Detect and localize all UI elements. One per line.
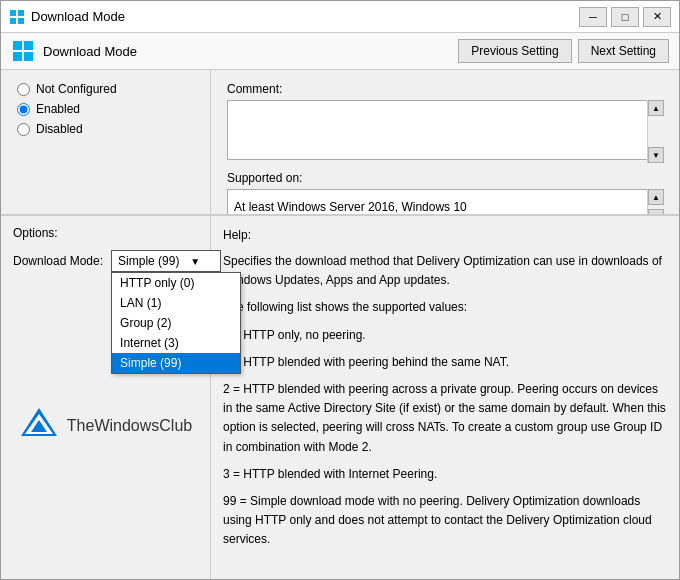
radio-disabled-input[interactable] xyxy=(17,123,30,136)
comment-label: Comment: xyxy=(227,82,663,96)
dropdown-selected: Simple (99) xyxy=(118,254,179,268)
radio-group: Not Configured Enabled Disabled xyxy=(17,82,194,136)
svg-rect-1 xyxy=(18,10,24,16)
supported-scroll-up[interactable]: ▲ xyxy=(648,189,664,205)
dropdown-item-1[interactable]: LAN (1) xyxy=(112,293,240,313)
main-window: Download Mode ─ □ ✕ Download Mode Previo… xyxy=(0,0,680,580)
close-button[interactable]: ✕ xyxy=(643,7,671,27)
help-header: Help: xyxy=(223,226,667,244)
supported-label: Supported on: xyxy=(227,171,663,185)
help-para-5: 3 = HTTP blended with Internet Peering. xyxy=(223,465,667,484)
svg-rect-4 xyxy=(13,41,22,50)
radio-not-configured-label: Not Configured xyxy=(36,82,117,96)
options-section: Options: Download Mode: Simple (99) ▼ HT… xyxy=(1,216,211,579)
comment-scrollbar: ▲ ▼ xyxy=(647,100,663,163)
help-para-0: Specifies the download method that Deliv… xyxy=(223,252,667,290)
options-header: Options: xyxy=(13,226,198,240)
next-setting-button[interactable]: Next Setting xyxy=(578,39,669,63)
minimize-button[interactable]: ─ xyxy=(579,7,607,27)
comment-scroll-up[interactable]: ▲ xyxy=(648,100,664,116)
toolbar: Download Mode Previous Setting Next Sett… xyxy=(1,33,679,70)
prev-setting-button[interactable]: Previous Setting xyxy=(458,39,571,63)
help-para-6: 99 = Simple download mode with no peerin… xyxy=(223,492,667,550)
toolbar-title: Download Mode xyxy=(43,44,450,59)
radio-not-configured-input[interactable] xyxy=(17,83,30,96)
comment-wrapper: ▲ ▼ xyxy=(227,100,663,163)
dropdown-trigger[interactable]: Simple (99) ▼ xyxy=(111,250,221,272)
radio-enabled-input[interactable] xyxy=(17,103,30,116)
radio-disabled-label: Disabled xyxy=(36,122,83,136)
svg-rect-5 xyxy=(24,41,33,50)
svg-rect-7 xyxy=(24,52,33,61)
help-para-3: 1 = HTTP blended with peering behind the… xyxy=(223,353,667,372)
dropdown-item-2[interactable]: Group (2) xyxy=(112,313,240,333)
title-bar: Download Mode ─ □ ✕ xyxy=(1,1,679,33)
radio-not-configured[interactable]: Not Configured xyxy=(17,82,194,96)
toolbar-icon xyxy=(11,39,35,63)
right-config-panel: Comment: ▲ ▼ Supported on: At least Wind… xyxy=(211,70,679,214)
window-controls: ─ □ ✕ xyxy=(579,7,671,27)
dropdown-item-3[interactable]: Internet (3) xyxy=(112,333,240,353)
help-para-1: The following list shows the supported v… xyxy=(223,298,667,317)
radio-enabled-label: Enabled xyxy=(36,102,80,116)
upper-content: Not Configured Enabled Disabled Comment: xyxy=(1,70,679,215)
logo-text: TheWindowsClub xyxy=(67,417,192,435)
svg-rect-3 xyxy=(18,18,24,24)
help-section: Help: Specifies the download method that… xyxy=(211,216,679,579)
maximize-button[interactable]: □ xyxy=(611,7,639,27)
radio-panel: Not Configured Enabled Disabled xyxy=(1,70,211,214)
help-para-2: 0 = HTTP only, no peering. xyxy=(223,326,667,345)
radio-disabled[interactable]: Disabled xyxy=(17,122,194,136)
comment-textarea[interactable] xyxy=(227,100,663,160)
title-bar-left: Download Mode xyxy=(9,9,125,25)
bottom-section: Options: Download Mode: Simple (99) ▼ HT… xyxy=(1,215,679,579)
help-para-4: 2 = HTTP blended with peering across a p… xyxy=(223,380,667,457)
supported-group: Supported on: At least Windows Server 20… xyxy=(227,171,663,215)
dropdown-arrow-icon: ▼ xyxy=(190,256,200,267)
download-mode-row: Download Mode: Simple (99) ▼ HTTP only (… xyxy=(13,250,198,272)
dropdown-item-99[interactable]: Simple (99) xyxy=(112,353,240,373)
toolbar-buttons: Previous Setting Next Setting xyxy=(458,39,669,63)
help-text: Specifies the download method that Deliv… xyxy=(223,252,667,549)
window-icon xyxy=(9,9,25,25)
dropdown-item-0[interactable]: HTTP only (0) xyxy=(112,273,240,293)
download-mode-dropdown[interactable]: Simple (99) ▼ HTTP only (0) LAN (1) Grou… xyxy=(111,250,221,272)
svg-rect-6 xyxy=(13,52,22,61)
comment-group: Comment: ▲ ▼ xyxy=(227,82,663,163)
download-mode-label: Download Mode: xyxy=(13,254,103,268)
supported-scrollbar: ▲ ▼ xyxy=(647,189,663,215)
svg-rect-0 xyxy=(10,10,16,16)
twc-logo-icon xyxy=(19,406,59,446)
supported-value: At least Windows Server 2016, Windows 10 xyxy=(227,189,663,215)
dropdown-list: HTTP only (0) LAN (1) Group (2) Internet… xyxy=(111,272,241,374)
svg-rect-2 xyxy=(10,18,16,24)
comment-scroll-down[interactable]: ▼ xyxy=(648,147,664,163)
radio-enabled[interactable]: Enabled xyxy=(17,102,194,116)
window-title: Download Mode xyxy=(31,9,125,24)
supported-wrapper: At least Windows Server 2016, Windows 10… xyxy=(227,189,663,215)
